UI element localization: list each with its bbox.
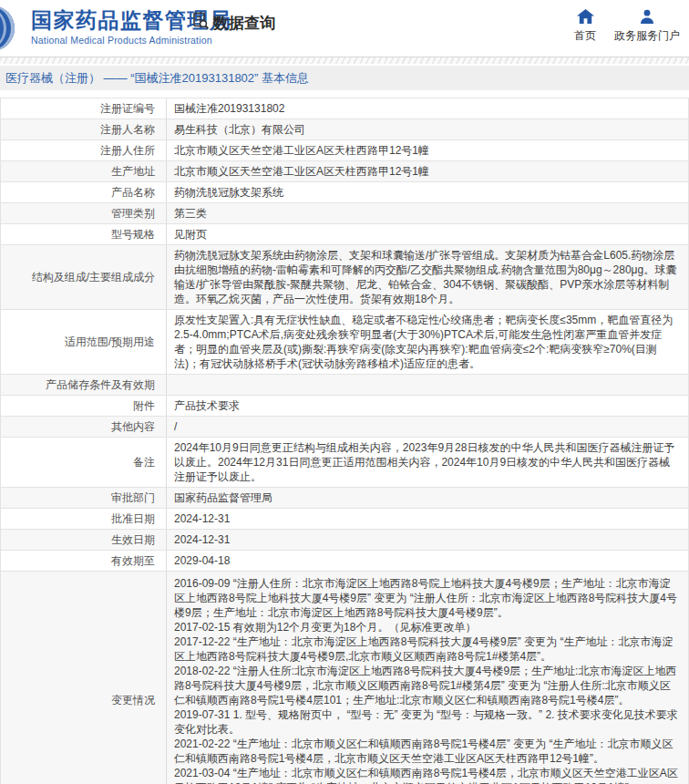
row-label: 注册人名称	[1, 119, 167, 139]
data-query-label: 数据查询	[213, 13, 275, 34]
row-label: 注册人住所	[1, 140, 167, 160]
table-row-effective-date: 生效日期 2024-12-31	[1, 530, 688, 551]
row-label: 变更情况	[1, 572, 167, 784]
row-label: 附件	[1, 396, 167, 416]
hatched-divider	[0, 57, 689, 64]
document-search-icon	[191, 12, 210, 34]
row-value: 原发性支架置入:具有无症状性缺血、稳定或者不稳定性心绞痛患者；靶病变长度≤35m…	[167, 310, 688, 374]
change-entry: 2017-12-22 “生产地址：北京市海淀区上地西路8号院科技大厦4号楼9层”…	[174, 634, 679, 664]
row-label: 批准日期	[1, 509, 167, 529]
change-entry: 2019-07-31 1. 型号、规格附页中， “型号：无” 变更为 “型号：与…	[174, 707, 679, 737]
row-label: 审批部门	[1, 488, 167, 508]
row-value: 2029-04-18	[167, 551, 688, 571]
row-value	[167, 375, 688, 395]
nav-gov-portal-label: 政务服务门户	[607, 28, 687, 44]
row-value: 易生科技（北京）有限公司	[167, 119, 688, 139]
row-value: 2024-12-31	[167, 530, 688, 550]
table-row-registrant-name: 注册人名称 易生科技（北京）有限公司	[1, 119, 688, 140]
row-label: 注册证编号	[1, 98, 167, 119]
row-label: 适用范围/预期用途	[1, 310, 167, 374]
row-value: 北京市顺义区天竺空港工业区A区天柱西路甲12号1幢	[167, 161, 688, 181]
table-row-management-class: 管理类别 第三类	[1, 203, 688, 224]
row-value: 第三类	[167, 203, 688, 223]
table-row-registrant-address: 注册人住所 北京市顺义区天竺空港工业区A区天柱西路甲12号1幢	[1, 140, 688, 161]
row-label: 生效日期	[1, 530, 167, 550]
row-value: 2024年10月9日同意更正结构与组成相关内容，2023年9月28日核发的中华人…	[167, 438, 688, 487]
user-icon	[607, 8, 687, 24]
table-row-other-content: 其他内容 /	[1, 417, 688, 438]
nav-home-label: 首页	[565, 28, 605, 44]
page-header: 国家药品监督管理局 National Medical Products Admi…	[0, 0, 689, 57]
row-label: 产品储存条件及有效期	[1, 375, 167, 395]
table-row-product-name: 产品名称 药物洗脱冠脉支架系统	[1, 182, 688, 203]
row-value: 见附页	[167, 224, 688, 244]
row-value: 国械注准20193131802	[167, 98, 688, 119]
nav-home[interactable]: 首页	[565, 8, 605, 44]
row-value: 产品技术要求	[167, 396, 688, 416]
table-row-structure-composition: 结构及组成/主要组成成分 药物洗脱冠脉支架系统由药物涂层、支架和球囊输送/扩张导…	[1, 245, 688, 310]
change-entry: 2018-02-22 “注册人住所:北京市海淀区上地西路8号院科技大厦4号楼9层…	[174, 664, 679, 707]
table-row-approval-date: 批准日期 2024-12-31	[1, 509, 688, 530]
row-label: 备注	[1, 438, 167, 487]
row-label: 管理类别	[1, 203, 167, 223]
row-label: 型号规格	[1, 224, 167, 244]
row-value: 国家药品监督管理局	[167, 488, 688, 508]
table-row-change-history: 变更情况 2016-09-09 “注册人住所：北京市海淀区上地西路8号院上地科技…	[1, 572, 688, 784]
change-entry: 2021-02-22 “生产地址：北京市顺义区仁和镇顺西南路8号院1号楼4层” …	[174, 737, 679, 766]
change-entry: 2017-02-15 有效期为12个月变更为18个月。（见标准更改单）	[174, 620, 476, 634]
breadcrumb-bar: 医疗器械（注册） —— “国械注准20193131802” 基本信息	[0, 66, 689, 90]
row-label: 其他内容	[1, 417, 167, 437]
registration-info-table: 注册证编号 国械注准20193131802 注册人名称 易生科技（北京）有限公司…	[0, 98, 689, 784]
row-value: 北京市顺义区天竺空港工业区A区天柱西路甲12号1幢	[167, 140, 688, 160]
row-label: 有效期至	[1, 551, 167, 571]
row-value: 药物洗脱冠脉支架系统由药物涂层、支架和球囊输送/扩张导管组成。支架材质为钴基合金…	[167, 245, 688, 309]
change-history: 2016-09-09 “注册人住所：北京市海淀区上地西路8号院上地科技大厦4号楼…	[167, 572, 688, 784]
row-label: 产品名称	[1, 182, 167, 202]
row-value: 2024-12-31	[167, 509, 688, 529]
table-row-intended-use: 适用范围/预期用途 原发性支架置入:具有无症状性缺血、稳定或者不稳定性心绞痛患者…	[1, 310, 688, 375]
breadcrumb[interactable]: 医疗器械（注册） —— “国械注准20193131802” 基本信息	[5, 70, 309, 87]
nav-gov-portal[interactable]: 政务服务门户	[607, 8, 687, 44]
change-entry: 2021-03-04 “生产地址：北京市顺义区仁和镇顺西南路8号院1号楼4层，北…	[174, 766, 679, 784]
table-row-cert-number: 注册证编号 国械注准20193131802	[1, 98, 688, 119]
agency-subtitle: National Medical Products Administration	[31, 35, 232, 46]
table-row-storage-shelf-life: 产品储存条件及有效期	[1, 375, 688, 396]
row-value: /	[167, 417, 688, 437]
table-row-remarks: 备注 2024年10月9日同意更正结构与组成相关内容，2023年9月28日核发的…	[1, 438, 688, 488]
row-label: 生产地址	[1, 161, 167, 181]
table-row-model-spec: 型号规格 见附页	[1, 224, 688, 245]
table-row-expiry-date: 有效期至 2029-04-18	[1, 551, 688, 572]
table-row-production-address: 生产地址 北京市顺义区天竺空港工业区A区天柱西路甲12号1幢	[1, 161, 688, 182]
row-label: 结构及组成/主要组成成分	[1, 245, 167, 309]
change-entry: 2016-09-09 “注册人住所：北京市海淀区上地西路8号院上地科技大厦4号楼…	[174, 576, 679, 620]
data-query-section[interactable]: 数据查询	[191, 12, 275, 34]
home-icon	[565, 8, 605, 24]
row-value: 药物洗脱冠脉支架系统	[167, 182, 688, 202]
nmpa-logo-icon	[0, 5, 15, 51]
table-row-attachment: 附件 产品技术要求	[1, 396, 688, 417]
table-row-approval-department: 审批部门 国家药品监督管理局	[1, 488, 688, 509]
